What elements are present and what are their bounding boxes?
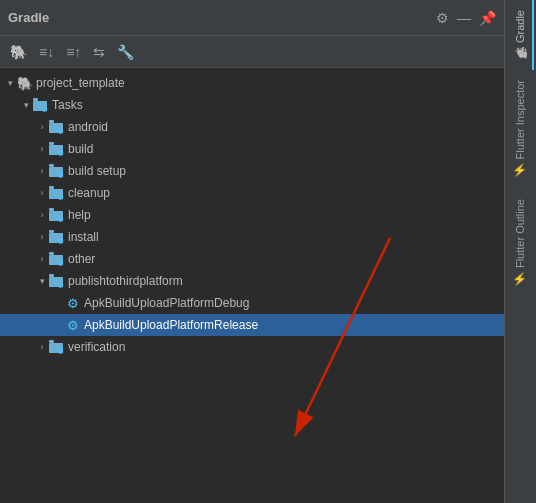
- expand-arrow: ▾: [4, 78, 16, 88]
- svg-rect-23: [49, 252, 54, 255]
- svg-text:⚙: ⚙: [57, 347, 64, 354]
- svg-text:⚙: ⚙: [41, 105, 48, 112]
- sidebar-tab-flutter-inspector[interactable]: ⚡ Flutter Inspector: [507, 70, 535, 188]
- svg-rect-5: [49, 120, 54, 123]
- item-label: publishtothirdplatform: [68, 274, 183, 288]
- pin-icon[interactable]: 📌: [479, 10, 496, 26]
- expand-arrow: ›: [36, 166, 48, 176]
- sidebar-tab-flutter-outline[interactable]: ⚡ Flutter Outline: [507, 189, 535, 297]
- svg-rect-26: [49, 274, 54, 277]
- tree-row[interactable]: › ⚙ other: [0, 248, 504, 270]
- expand-arrow: ›: [36, 232, 48, 242]
- folder-gear-icon: ⚙: [48, 141, 66, 157]
- item-label: android: [68, 120, 108, 134]
- svg-text:⚙: ⚙: [57, 281, 64, 288]
- svg-text:⚙: ⚙: [57, 171, 64, 178]
- item-label: other: [68, 252, 95, 266]
- item-label: verification: [68, 340, 125, 354]
- item-label: cleanup: [68, 186, 110, 200]
- sidebar-tab-gradle[interactable]: 🐘 Gradle: [507, 0, 534, 70]
- svg-rect-2: [33, 98, 38, 101]
- item-label: build: [68, 142, 93, 156]
- folder-gear-icon: ⚙: [32, 97, 50, 113]
- tree-view: ▾ 🐘 project_template ▾ ⚙ Tasks ›: [0, 68, 504, 503]
- flutter-inspector-tab-icon: ⚡: [513, 164, 527, 179]
- svg-rect-14: [49, 186, 54, 189]
- tree-row[interactable]: › ⚙ cleanup: [0, 182, 504, 204]
- folder-gear-icon: ⚙: [48, 229, 66, 245]
- svg-rect-8: [49, 142, 54, 145]
- gradle-tab-label: Gradle: [514, 10, 526, 43]
- tree-row[interactable]: ▾ 🐘 project_template: [0, 72, 504, 94]
- svg-rect-17: [49, 208, 54, 211]
- item-label: help: [68, 208, 91, 222]
- refresh-button[interactable]: 🐘: [6, 42, 31, 62]
- tree-row[interactable]: › ⚙ help: [0, 204, 504, 226]
- expand-arrow: ›: [36, 254, 48, 264]
- item-label: build setup: [68, 164, 126, 178]
- folder-gear-icon: ⚙: [48, 273, 66, 289]
- tree-row[interactable]: ▾ ⚙ Tasks: [0, 94, 504, 116]
- expand-arrow: ›: [36, 144, 48, 154]
- task-gear-icon: ⚙: [64, 295, 82, 311]
- expand-arrow: ›: [36, 210, 48, 220]
- minimize-icon[interactable]: —: [457, 10, 471, 26]
- item-label: ApkBuildUploadPlatformRelease: [84, 318, 258, 332]
- tree-row-selected[interactable]: › ⚙ ApkBuildUploadPlatformRelease: [0, 314, 504, 336]
- gradle-panel: Gradle ⚙ — 📌 🐘 ≡↓ ≡↑ ⇆ 🔧 ▾ 🐘 project_tem…: [0, 0, 504, 503]
- item-label: ApkBuildUploadPlatformDebug: [84, 296, 249, 310]
- panel-title: Gradle: [8, 10, 49, 25]
- folder-gear-icon: ⚙: [48, 251, 66, 267]
- tree-row[interactable]: › ⚙ build: [0, 138, 504, 160]
- tree-row[interactable]: › ⚙ install: [0, 226, 504, 248]
- folder-gear-icon: ⚙: [48, 119, 66, 135]
- task-gear-icon: ⚙: [64, 317, 82, 333]
- svg-text:⚙: ⚙: [57, 127, 64, 134]
- svg-text:⚙: ⚙: [57, 259, 64, 266]
- svg-text:⚙: ⚙: [57, 215, 64, 222]
- toolbar: 🐘 ≡↓ ≡↑ ⇆ 🔧: [0, 36, 504, 68]
- gradle-tab-icon: 🐘: [513, 47, 526, 60]
- folder-gear-icon: ⚙: [48, 185, 66, 201]
- flutter-outline-tab-icon: ⚡: [513, 272, 527, 287]
- sidebar-tabs: 🐘 Gradle ⚡ Flutter Inspector ⚡ Flutter O…: [504, 0, 536, 503]
- item-label: Tasks: [52, 98, 83, 112]
- tree-row[interactable]: › ⚙ build setup: [0, 160, 504, 182]
- panel-header: Gradle ⚙ — 📌: [0, 0, 504, 36]
- link-button[interactable]: ⇆: [89, 42, 109, 62]
- svg-rect-1: [33, 101, 38, 104]
- flutter-inspector-tab-label: Flutter Inspector: [514, 80, 526, 159]
- expand-all-button[interactable]: ≡↓: [35, 42, 58, 62]
- item-label: project_template: [36, 76, 125, 90]
- folder-gear-icon: ⚙: [48, 163, 66, 179]
- expand-arrow: ▾: [20, 100, 32, 110]
- expand-arrow: ▾: [36, 276, 48, 286]
- item-label: install: [68, 230, 99, 244]
- tree-row[interactable]: › ⚙ android: [0, 116, 504, 138]
- tree-row[interactable]: ▾ ⚙ publishtothirdplatform: [0, 270, 504, 292]
- svg-rect-29: [49, 340, 54, 343]
- expand-arrow: ›: [36, 342, 48, 352]
- tree-row[interactable]: › ⚙ verification: [0, 336, 504, 358]
- expand-arrow: ›: [36, 188, 48, 198]
- svg-rect-20: [49, 230, 54, 233]
- svg-text:⚙: ⚙: [57, 149, 64, 156]
- tree-row[interactable]: › ⚙ ApkBuildUploadPlatformDebug: [0, 292, 504, 314]
- header-icons: ⚙ — 📌: [436, 10, 496, 26]
- flutter-outline-tab-label: Flutter Outline: [514, 199, 526, 268]
- expand-arrow: ›: [36, 122, 48, 132]
- svg-text:⚙: ⚙: [57, 237, 64, 244]
- folder-gear-icon: ⚙: [48, 207, 66, 223]
- elephant-icon: 🐘: [16, 75, 34, 91]
- folder-gear-icon: ⚙: [48, 339, 66, 355]
- wrench-button[interactable]: 🔧: [113, 42, 138, 62]
- settings-icon[interactable]: ⚙: [436, 10, 449, 26]
- collapse-all-button[interactable]: ≡↑: [62, 42, 85, 62]
- svg-rect-11: [49, 164, 54, 167]
- svg-text:⚙: ⚙: [57, 193, 64, 200]
